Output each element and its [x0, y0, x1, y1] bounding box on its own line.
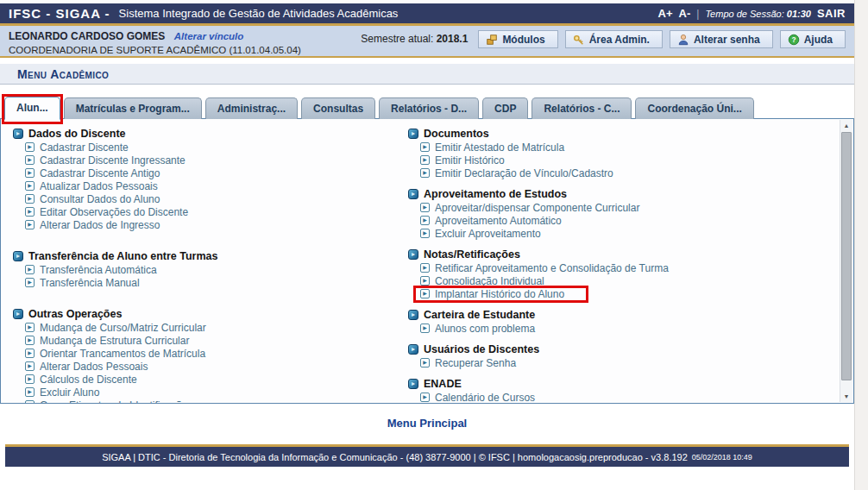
footer-bar: SIGAA | DTIC - Diretoria de Tecnologia d… [5, 447, 849, 467]
menu-column-left: ▸Dados do Discente▶Cadastrar Discente▶Ca… [13, 126, 408, 404]
menu-item-alunos-com-problema[interactable]: ▶Alunos com problema [408, 322, 535, 335]
menu-item-alterar-dados-pessoais[interactable]: ▶Alterar Dados Pessoais [13, 360, 148, 373]
section-folder-icon: ▸ [408, 249, 418, 260]
tab-bar: Alun...Matrículas e Program...Administra… [0, 93, 854, 119]
arrow-icon: ▶ [25, 374, 35, 384]
arrow-icon: ▶ [25, 323, 35, 332]
tab-alun[interactable]: Alun... [4, 97, 60, 120]
menu-section-carteira-de-estudante: ▸Carteira de Estudante▶Alunos com proble… [408, 307, 827, 335]
arrow-icon: ▶ [25, 387, 35, 397]
arrow-icon: ▶ [25, 278, 35, 287]
menu-section-transfer-ncia-de-aluno-entre-turmas: ▸Transferência de Aluno entre Turmas▶Tra… [13, 248, 408, 289]
tab-consultas[interactable]: Consultas [301, 97, 375, 119]
menu-item-aproveitamento-autom-tico[interactable]: ▶Aproveitamento Automático [408, 214, 562, 227]
arrow-icon: ▶ [420, 203, 430, 212]
menu-item-excluir-aproveitamento[interactable]: ▶Excluir Aproveitamento [408, 227, 541, 240]
arrow-icon: ▶ [25, 220, 35, 229]
arrow-icon: ▶ [25, 207, 35, 217]
arrow-icon: ▶ [25, 400, 35, 404]
divider: | [696, 8, 699, 20]
font-increase-button[interactable]: A+ [658, 7, 673, 20]
system-title: Sistema Integrado de Gestão de Atividade… [119, 7, 399, 20]
menu-item-emitir-declara-o-de-v-nculo-cadastro[interactable]: ▶Emitir Declaração de Vínculo/Cadastro [408, 166, 613, 179]
arrow-icon: ▶ [25, 336, 35, 345]
menu-section-outras-opera-es: ▸Outras Operações▶Mudança de Curso/Matri… [13, 306, 408, 404]
section-title: ▸Outras Operações [13, 306, 408, 321]
menu-item-excluir-aluno[interactable]: ▶Excluir Aluno [13, 386, 99, 399]
arrow-icon: ▶ [420, 216, 430, 225]
panel-scrollbar[interactable]: ▲ ▼ [840, 120, 852, 402]
scroll-up-arrow[interactable]: ▲ [840, 120, 852, 131]
menu-item-alterar-dados-de-ingresso[interactable]: ▶Alterar Dados de Ingresso [13, 218, 160, 231]
tab-administra[interactable]: Administraç... [205, 97, 298, 119]
arrow-icon: ▶ [420, 155, 430, 165]
section-title: ▸Carteira de Estudante [408, 307, 827, 322]
menu-item-atualizar-dados-pessoais[interactable]: ▶Atualizar Dados Pessoais [13, 179, 158, 192]
tab-coordena-o-ni[interactable]: Coordenação Úni... [635, 97, 753, 119]
scrollbar-thumb[interactable] [841, 132, 852, 380]
menu-item-c-lculos-de-discente[interactable]: ▶Cálculos de Discente [13, 373, 137, 386]
session-timer: Tempo de Sessão: 01:30 [705, 9, 811, 19]
user-unit: COORDENADORIA DE SUPORTE ACADÊMICO (11.0… [9, 43, 301, 57]
menu-item-cadastrar-discente[interactable]: ▶Cadastrar Discente [13, 141, 129, 154]
menu-item-retificar-aproveitamento-e-consolida-o-de-turma[interactable]: ▶Retificar Aproveitamento e Consolidação… [408, 261, 669, 274]
menu-item-implantar-hist-rico-do-aluno[interactable]: ▶Implantar Histórico do Aluno [408, 287, 564, 300]
arrow-icon: ▶ [420, 358, 430, 368]
menu-section-enade: ▸ENADE▶Calendário de Cursos [408, 376, 827, 404]
key-icon [573, 34, 585, 46]
m-dulos-button[interactable]: Módulos [478, 30, 557, 48]
menu-item-cadastrar-discente-antigo[interactable]: ▶Cadastrar Discente Antigo [13, 166, 160, 179]
menu-header-band: Menu Acadêmico [0, 64, 854, 85]
menu-item-aproveitar-dispensar-componente-curricular[interactable]: ▶Aproveitar/dispensar Componente Curricu… [408, 201, 639, 214]
arrow-icon: ▶ [420, 289, 430, 298]
menu-item-recuperar-senha[interactable]: ▶Recuperar Senha [408, 356, 516, 369]
tab-matr-culas-e-program[interactable]: Matrículas e Program... [64, 97, 202, 119]
menu-item-transfer-ncia-manual[interactable]: ▶Transferência Manual [13, 276, 140, 289]
menu-item-orientar-trancamentos-de-matr-cula[interactable]: ▶Orientar Trancamentos de Matrícula [13, 347, 205, 360]
section-folder-icon: ▸ [408, 379, 418, 389]
menu-section-aproveitamento-de-estudos: ▸Aproveitamento de Estudos▶Aproveitar/di… [408, 186, 827, 240]
arrow-icon: ▶ [420, 229, 430, 238]
change-bond-link[interactable]: Alterar vínculo [174, 31, 244, 41]
menu-item-consultar-dados-do-aluno[interactable]: ▶Consultar Dados do Aluno [13, 192, 160, 205]
menu-panel: ▸Dados do Discente▶Cadastrar Discente▶Ca… [0, 118, 854, 404]
ajuda-button[interactable]: ?Ajuda [780, 30, 846, 48]
arrow-icon: ▶ [420, 263, 430, 273]
brand-logo: IFSC - SIGAA - [9, 6, 110, 21]
title-bar: IFSC - SIGAA - Sistema Integrado de Gest… [0, 3, 854, 23]
menu-item-emitir-hist-rico[interactable]: ▶Emitir Histórico [408, 154, 505, 166]
user-name: LEONARDO CARDOSO GOMES [9, 30, 165, 42]
main-menu-link[interactable]: Menu Principal [387, 417, 467, 430]
rea-admin-button[interactable]: Área Admin. [565, 30, 663, 48]
section-title: ▸Usuários de Discentes [408, 342, 827, 356]
menu-item-mudan-a-de-estrutura-curricular[interactable]: ▶Mudança de Estrutura Curricular [13, 334, 189, 347]
menu-item-gerar-etiquetas-de-identifica-o[interactable]: ▶Gerar Etiquetas de Identificação [13, 399, 187, 404]
menu-item-emitir-atestado-de-matr-cula[interactable]: ▶Emitir Atestado de Matrícula [408, 141, 564, 154]
arrow-icon: ▶ [25, 265, 35, 274]
section-title: ▸ENADE [408, 376, 827, 391]
scroll-down-arrow[interactable]: ▼ [840, 391, 852, 402]
section-title: ▸Transferência de Aluno entre Turmas [13, 248, 408, 263]
alterar-senha-button[interactable]: Alterar senha [670, 30, 773, 48]
logout-button[interactable]: SAIR [817, 7, 846, 20]
userbar-buttons: MódulosÁrea Admin.Alterar senha?Ajuda [478, 30, 846, 48]
browser-scroll-gutter [854, 0, 868, 490]
font-decrease-button[interactable]: A- [679, 7, 691, 20]
arrow-icon: ▶ [25, 181, 35, 191]
menu-item-editar-observa-es-do-discente[interactable]: ▶Editar Observações do Discente [13, 205, 188, 218]
tab-cdp[interactable]: CDP [482, 97, 528, 119]
menu-item-mudan-a-de-curso-matriz-curricular[interactable]: ▶Mudança de Curso/Matriz Curricular [13, 321, 206, 334]
menu-item-consolida-o-individual[interactable]: ▶Consolidação Individual [408, 274, 544, 287]
tab-relat-rios-c[interactable]: Relatórios - C... [531, 97, 632, 119]
section-folder-icon: ▸ [13, 309, 23, 319]
arrow-icon: ▶ [420, 168, 430, 178]
section-folder-icon: ▸ [408, 310, 418, 320]
section-folder-icon: ▸ [408, 189, 418, 199]
person-icon [677, 34, 689, 46]
menu-item-transfer-ncia-autom-tica[interactable]: ▶Transferência Automática [13, 263, 157, 276]
menu-item-calend-rio-de-cursos[interactable]: ▶Calendário de Cursos [408, 391, 535, 404]
tab-relat-rios-d[interactable]: Relatórios - D... [379, 97, 479, 119]
arrow-icon: ▶ [25, 155, 35, 165]
arrow-icon: ▶ [420, 393, 430, 402]
menu-item-cadastrar-discente-ingressante[interactable]: ▶Cadastrar Discente Ingressante [13, 154, 186, 166]
